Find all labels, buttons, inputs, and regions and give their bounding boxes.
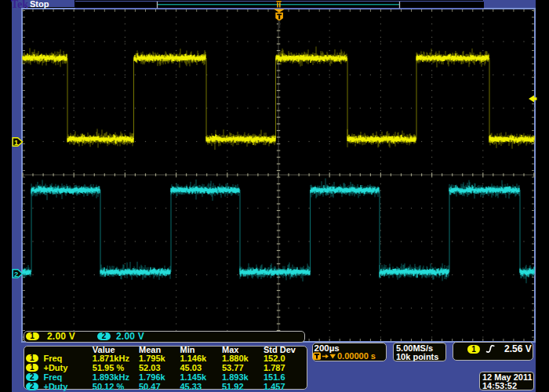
- svg-text:1: 1: [14, 138, 19, 147]
- svg-text:2: 2: [14, 270, 18, 278]
